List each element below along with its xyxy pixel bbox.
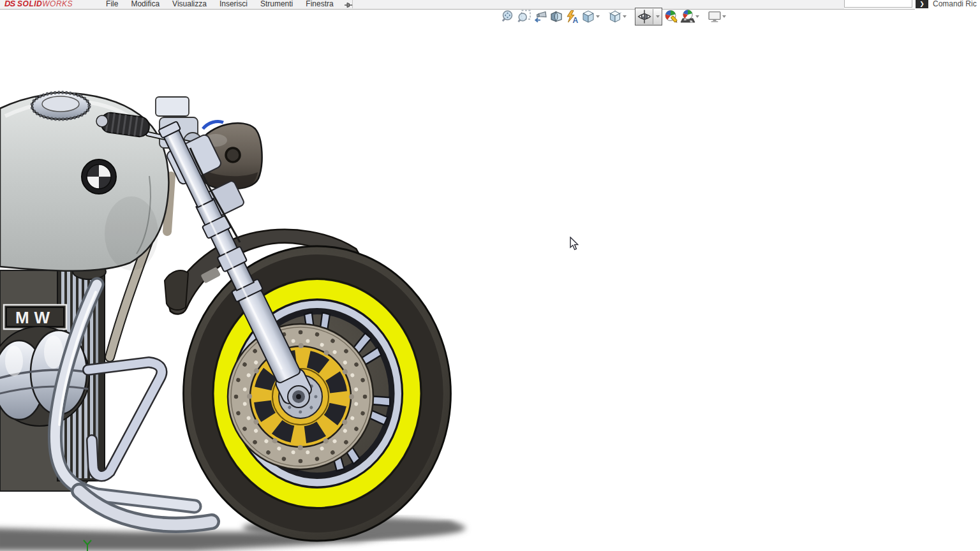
- bmw-roundel: [82, 159, 116, 194]
- previous-view-icon[interactable]: [532, 8, 548, 25]
- mouse-cursor: [570, 237, 580, 251]
- menu-finestra[interactable]: Finestra: [299, 0, 339, 9]
- display-style-icon[interactable]: [607, 8, 623, 25]
- menu-bar: DS SOLIDWORKS File Modifica Visualizza I…: [0, 0, 915, 10]
- zoom-to-area-icon[interactable]: [516, 8, 532, 25]
- section-view-icon[interactable]: [548, 8, 564, 25]
- quick-commands-label: Comandi Ric: [933, 0, 980, 8]
- engine-badge-text: MW: [15, 308, 55, 327]
- view-annotations-icon[interactable]: A: [564, 8, 580, 25]
- fuel-cap[interactable]: [32, 92, 89, 119]
- hide-show-items-dropdown-arrow[interactable]: [653, 9, 662, 24]
- search-input[interactable]: [844, 0, 912, 8]
- front-axle: [288, 386, 309, 408]
- engine-badge-plate: MW: [4, 305, 66, 329]
- menu-modifica[interactable]: Modifica: [124, 0, 166, 9]
- menu-visualizza[interactable]: Visualizza: [166, 0, 213, 9]
- hide-show-items-icon[interactable]: [635, 8, 653, 25]
- menu-file[interactable]: File: [100, 0, 124, 9]
- view-orientation-icon[interactable]: [580, 8, 596, 25]
- quick-commands-bar: ❯ Comandi Ric: [844, 0, 980, 9]
- menu-strumenti[interactable]: Strumenti: [254, 0, 299, 9]
- ground-shadow: [0, 517, 466, 551]
- view-settings-icon[interactable]: [706, 8, 722, 25]
- apply-scene-icon[interactable]: [679, 8, 695, 25]
- edit-appearance-icon[interactable]: [664, 8, 679, 25]
- pin-menu-icon[interactable]: [340, 1, 357, 9]
- ds-logo-mark: DS: [4, 0, 15, 8]
- menu-separator: [352, 0, 353, 8]
- solidworks-window: DS SOLIDWORKS File Modifica Visualizza I…: [0, 0, 980, 551]
- display-style-dropdown-arrow[interactable]: [623, 15, 627, 18]
- solidworks-logo: DS SOLIDWORKS: [0, 0, 82, 9]
- heads-up-toolbar: A: [500, 8, 728, 26]
- svg-text:A: A: [572, 16, 578, 25]
- hide-show-items-button[interactable]: [635, 8, 662, 26]
- graphics-viewport-model[interactable]: MW: [0, 82, 472, 551]
- zoom-to-fit-icon[interactable]: [500, 8, 516, 25]
- view-orientation-dropdown-arrow[interactable]: [596, 15, 600, 18]
- menu-inserisci[interactable]: Inserisci: [213, 0, 254, 9]
- apply-scene-dropdown-arrow[interactable]: [695, 15, 699, 18]
- view-settings-dropdown-arrow[interactable]: [722, 15, 726, 18]
- quick-commands-expand-button[interactable]: ❯: [916, 0, 928, 8]
